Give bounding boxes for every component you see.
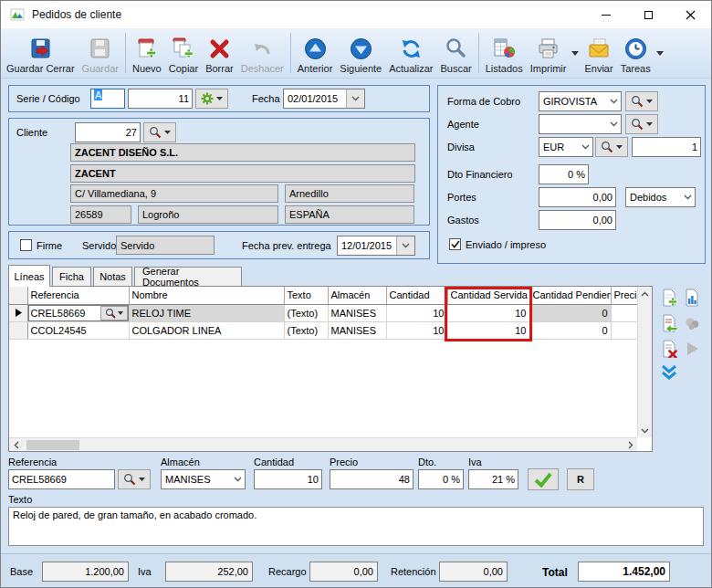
cell-referencia[interactable]: CCOL24545 [27,321,129,339]
edit-iva-input[interactable] [468,469,518,489]
edit-almacen-combo[interactable]: MANISES [161,469,246,489]
imprimir-menu-caret[interactable] [570,30,581,76]
buscar-button[interactable]: Buscar [436,30,475,76]
serie-options-button[interactable] [195,89,228,109]
cambio-input[interactable] [632,137,701,157]
cliente-localidad2-field: Arnedillo [285,184,414,203]
cell-cantidad[interactable]: 10 [386,321,447,339]
listados-button[interactable]: Listados [482,30,527,76]
portes-tipo-combo[interactable]: Debidos [625,187,696,207]
cell-cantidad-pendiente[interactable]: 0 [529,321,611,339]
cell-nombre[interactable]: RELOJ TIME [129,304,284,321]
scroll-right-icon[interactable] [623,438,637,452]
scroll-left-icon[interactable] [9,438,23,452]
close-button[interactable] [669,1,711,28]
dto-financiero-input[interactable] [539,164,589,184]
line-report-button[interactable] [683,289,701,307]
cell-cantidad-pendiente[interactable]: 0 [529,304,611,321]
divisa-combo[interactable]: EUR [539,137,593,157]
cell-nombre[interactable]: COLGADOR LINEA [129,321,284,339]
cell-precio[interactable] [611,304,638,321]
cliente-codigo-input[interactable] [75,122,141,142]
minimize-button[interactable] [585,1,627,28]
tareas-menu-caret[interactable] [654,30,665,76]
enviar-button[interactable]: Enviar [581,30,616,76]
fecha-dropdown-icon[interactable] [346,89,364,108]
add-line-button[interactable] [660,289,678,307]
anterior-button[interactable]: Anterior [294,30,337,76]
fecha-combo[interactable]: 02/01/2015 [283,89,365,109]
forma-cobro-search-button[interactable] [625,91,658,111]
maximize-button[interactable] [627,1,669,28]
fecha-prev-combo[interactable]: 12/01/2015 [337,236,415,256]
scroll-up-icon[interactable] [638,287,652,300]
copiar-button[interactable]: Copiar [165,30,202,76]
imprimir-button[interactable]: Imprimir [527,30,571,76]
tab-ficha[interactable]: Ficha [52,267,91,286]
grid-horizontal-scrollbar[interactable] [9,437,637,451]
guardar-cerrar-button[interactable]: Guardar Cerrar [3,30,79,76]
tab-notas[interactable]: Notas [93,267,132,286]
cell-referencia[interactable]: CREL58669 [27,304,129,321]
deshacer-button[interactable]: Deshacer [237,30,288,76]
col-nombre[interactable]: Nombre [129,287,284,304]
r-button[interactable]: R [567,468,594,490]
grid-vertical-scrollbar[interactable] [637,287,652,437]
texto-textarea[interactable]: Reloj de pared, de gran tamaño, en acaba… [8,507,704,546]
col-almacen[interactable]: Almacén [328,287,386,304]
iva-label: Iva [138,566,152,577]
forma-cobro-combo[interactable]: GIROVISTA [539,91,622,111]
cell-cantidad-servida[interactable]: 10 [447,304,529,321]
col-texto[interactable]: Texto [284,287,328,304]
grid-row-2[interactable]: CCOL24545 COLGADOR LINEA (Texto) MANISES… [9,321,638,339]
scrollbar-thumb[interactable] [26,440,79,450]
cell-almacen[interactable]: MANISES [328,304,386,321]
col-cantidad[interactable]: Cantidad [386,287,447,304]
delete-line-button[interactable] [660,340,678,358]
cell-texto[interactable]: (Texto) [284,321,328,339]
col-cantidad-pendiente[interactable]: Cantidad Pendiente [529,287,611,304]
firme-checkbox[interactable] [20,239,32,251]
tab-lineas[interactable]: Líneas [8,265,50,287]
enviado-checkbox[interactable] [449,238,461,250]
gastos-input[interactable] [539,210,616,230]
dto-financiero-label: Dto Financiero [447,169,513,181]
borrar-button[interactable]: Borrar [202,30,237,76]
edit-cantidad-input[interactable] [254,469,322,489]
edit-referencia-search-button[interactable] [118,469,151,489]
cell-precio[interactable] [611,321,638,339]
tab-generar-documentos[interactable]: Generar Documentos [134,267,242,286]
tareas-button[interactable]: Tareas [617,30,654,76]
cell-almacen[interactable]: MANISES [328,321,386,339]
cliente-search-button[interactable] [143,122,176,142]
col-cantidad-servida[interactable]: Cantidad Servida [447,287,529,304]
fecha-prev-dropdown-icon[interactable] [396,236,414,255]
actualizar-button[interactable]: Actualizar [385,30,436,76]
referencia-cell-editor[interactable]: CREL58669 [28,305,129,321]
guardar-button[interactable]: Guardar [79,30,122,76]
agente-search-button[interactable] [625,114,658,134]
agente-combo[interactable] [539,114,622,134]
referencia-search-button[interactable] [100,306,128,320]
row-selector[interactable] [9,321,27,339]
edit-dto-input[interactable] [418,469,464,489]
confirm-line-button[interactable] [528,468,559,490]
cell-cantidad[interactable]: 10 [386,304,447,321]
divisa-search-button[interactable] [595,137,628,157]
insert-line-button[interactable] [660,314,678,332]
codigo-input[interactable] [128,89,193,109]
col-precio[interactable]: Preci [611,287,638,304]
expand-lines-button[interactable] [660,363,678,382]
grid-row-1[interactable]: CREL58669 RELOJ TIME (Texto) MANISES 10 [9,304,638,321]
edit-precio-input[interactable] [330,469,414,489]
cell-cantidad-servida[interactable]: 10 [447,321,529,339]
portes-input[interactable] [539,187,616,207]
col-referencia[interactable]: Referencia [27,287,129,304]
nuevo-button[interactable]: Nuevo [129,30,165,76]
insert-line-icon [660,314,678,332]
siguiente-button[interactable]: Siguiente [336,30,385,76]
scroll-down-icon[interactable] [638,424,652,437]
edit-referencia-input[interactable] [8,469,115,489]
cell-texto[interactable]: (Texto) [284,304,328,321]
serie-input[interactable]: A [90,89,125,109]
